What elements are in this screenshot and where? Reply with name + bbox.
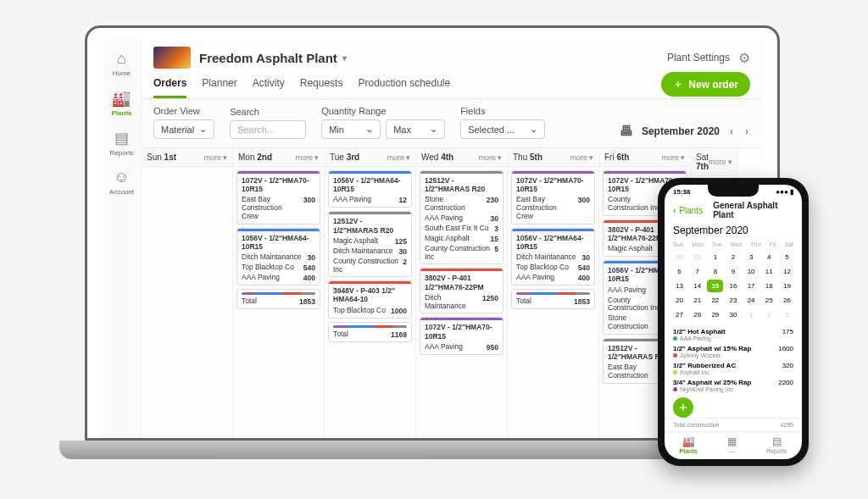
phone-cal-day[interactable]: 25 xyxy=(761,294,777,307)
phone-cal-day[interactable]: 10 xyxy=(743,265,760,278)
phone-cal-day[interactable]: 8 xyxy=(707,265,723,278)
nav-plants[interactable]: 🏭 Plants xyxy=(111,89,131,117)
phone-cal-day[interactable]: 2 xyxy=(725,251,741,263)
phone-cal-day[interactable]: 18 xyxy=(761,280,777,292)
order-card[interactable]: 1056V - 1/2"HMA64-10R15Ditch Maintanance… xyxy=(236,228,320,286)
order-card[interactable]: 12512V - 1/2"HMARAS R20Stone Constructio… xyxy=(420,170,504,264)
day-more[interactable]: more ▾ xyxy=(387,153,410,162)
phone-cal-day[interactable]: 3 xyxy=(779,308,795,321)
phone-cal-day[interactable]: 30 xyxy=(725,308,741,321)
qty-min-select[interactable]: Min⌄ xyxy=(321,119,381,139)
phone-nav-plants[interactable]: 🏭Plants xyxy=(680,435,698,454)
phone-cal-day[interactable]: 9 xyxy=(725,265,741,278)
phone-cal-day[interactable]: 13 xyxy=(671,280,687,292)
phone-calendar-grid[interactable]: 3031123456789101112131415161718192021222… xyxy=(671,249,795,324)
phone-cal-day[interactable]: 20 xyxy=(671,294,687,307)
phone-nav-middle[interactable]: ▦— xyxy=(727,435,737,454)
day-column: Tue 3rd more ▾ 1056V - 1/2"HMA64-10R15AA… xyxy=(325,148,416,438)
gear-icon[interactable]: ⚙ xyxy=(738,50,750,66)
day-column: Mon 2nd more ▾ 1072V - 1/2"HMA70-10R15Ea… xyxy=(233,148,325,438)
day-label: Thu 5th xyxy=(513,152,542,162)
phone-list-item[interactable]: 1/2" Asphalt w/ 15% Rap Johnny Wocker 16… xyxy=(673,345,793,358)
nav-home[interactable]: ⌂ Home xyxy=(113,50,131,77)
order-card[interactable]: 3802V - P-401 1/2"HMA76-22PMDitch Mainta… xyxy=(420,268,504,313)
phone-cal-day[interactable]: 15 xyxy=(707,280,723,292)
signal-icons: ●●● ▮ xyxy=(776,188,793,196)
order-view-select[interactable]: Material ⌄ xyxy=(153,119,214,139)
plant-selector[interactable]: Freedom Asphalt Plant ▾ xyxy=(199,51,347,65)
day-label: Fri 6th xyxy=(604,152,629,162)
phone-cal-day[interactable]: 3 xyxy=(743,251,760,263)
order-card[interactable]: 1072V - 1/2"HMA70-10R15AAA Paving950 xyxy=(420,317,504,354)
phone-cal-day[interactable]: 7 xyxy=(689,265,705,278)
phone-cal-day[interactable]: 21 xyxy=(689,294,705,307)
phone-cal-day[interactable]: 24 xyxy=(743,294,760,307)
plant-settings-link[interactable]: Plant Settings xyxy=(667,52,730,64)
day-column: Thu 5th more ▾ 1072V - 1/2"HMA70-10R15Ea… xyxy=(508,148,599,438)
order-row: AAA Paving12 xyxy=(329,195,411,205)
phone-cal-day[interactable]: 27 xyxy=(671,308,687,321)
tab-orders[interactable]: Orders xyxy=(153,70,186,98)
new-order-label: New order xyxy=(688,79,738,91)
phone-cal-day[interactable]: 26 xyxy=(779,294,795,307)
day-total: Total1853 xyxy=(511,289,595,309)
phone-cal-day[interactable]: 6 xyxy=(671,265,687,278)
tab-activity[interactable]: Activity xyxy=(253,70,285,98)
filters: Order View Material ⌄ Search Search... Q… xyxy=(142,99,762,148)
order-card[interactable]: 12512V - 1/2"HMARAS R20Magic Asphalt125D… xyxy=(328,211,412,277)
phone-cal-day[interactable]: 22 xyxy=(707,294,723,307)
phone-add-button[interactable]: ＋ xyxy=(673,397,693,418)
day-label: Sun 1st xyxy=(147,152,176,162)
prev-month[interactable]: ‹ xyxy=(728,125,735,137)
fields-label: Fields xyxy=(460,106,545,116)
phone-cal-day[interactable]: 23 xyxy=(725,294,741,307)
phone-cal-day[interactable]: 29 xyxy=(707,308,723,321)
back-chevron-icon[interactable]: ‹ xyxy=(673,206,676,215)
phone-nav-reports[interactable]: ▤Reports xyxy=(766,435,787,454)
order-card[interactable]: 1056V - 1/2"HMA64-10R15AAA Paving12 xyxy=(328,170,412,208)
order-card[interactable]: 1072V - 1/2"HMA70-10R15East Bay Construc… xyxy=(511,170,595,225)
next-month[interactable]: › xyxy=(743,125,750,137)
phone-cal-day[interactable]: 4 xyxy=(761,251,777,263)
phone-list-item[interactable]: 1/2" Rubberized AC Asphalt Inc 320 xyxy=(673,362,793,375)
fields-select[interactable]: Selected ...⌄ xyxy=(460,119,545,139)
tab-requests[interactable]: Requests xyxy=(300,70,343,98)
phone-cal-day[interactable]: 1 xyxy=(707,251,723,263)
tab-production-schedule[interactable]: Production schedule xyxy=(358,70,450,98)
print-icon[interactable]: 🖶 xyxy=(620,124,633,139)
qty-max-select[interactable]: Max⌄ xyxy=(386,119,445,139)
day-more[interactable]: more ▾ xyxy=(478,153,502,162)
day-more[interactable]: more ▾ xyxy=(295,153,319,162)
nav-account[interactable]: ☺ Account xyxy=(109,169,134,196)
phone-cal-day[interactable]: 28 xyxy=(689,308,705,321)
tab-planner[interactable]: Planner xyxy=(202,70,236,98)
phone-cal-day[interactable]: 2 xyxy=(761,308,777,321)
tabs: Orders Planner Activity Requests Product… xyxy=(142,70,762,99)
phone-cal-day[interactable]: 19 xyxy=(779,280,795,292)
phone-list-item[interactable]: 3/4" Asphalt w/ 25% Rap NightOwl Paving … xyxy=(673,379,793,392)
card-title: 1056V - 1/2"HMA64-10R15 xyxy=(237,231,320,252)
phone-cal-day[interactable]: 30 xyxy=(671,251,687,263)
order-row: Top Blacktop Co540 xyxy=(237,263,320,273)
order-card[interactable]: 1072V - 1/2"HMA70-10R15East Bay Construc… xyxy=(236,170,320,225)
nav-reports[interactable]: ▤ Reports xyxy=(109,129,133,157)
day-more[interactable]: more ▾ xyxy=(661,153,685,162)
order-card[interactable]: 3948V - P-403 1/2" HMA64-10Top Blacktop … xyxy=(328,280,412,318)
new-order-button[interactable]: ＋ New order xyxy=(661,72,750,97)
search-input[interactable]: Search... xyxy=(230,120,306,139)
phone-cal-day[interactable]: 17 xyxy=(743,280,760,292)
phone-title: General Asphalt Plant xyxy=(713,201,793,219)
day-more[interactable]: more ▾ xyxy=(709,158,732,166)
phone-cal-day[interactable]: 1 xyxy=(743,308,760,321)
phone-cal-day[interactable]: 14 xyxy=(689,280,705,292)
phone-back[interactable]: Plants xyxy=(679,206,703,215)
phone-list-item[interactable]: 1/2" Hot Asphalt AAA Paving 175 xyxy=(673,328,793,341)
order-card[interactable]: 1056V - 1/2"HMA64-10R15Ditch Maintanance… xyxy=(511,228,595,286)
phone-cal-day[interactable]: 11 xyxy=(761,265,777,278)
phone-cal-day[interactable]: 31 xyxy=(689,251,705,263)
phone-cal-day[interactable]: 16 xyxy=(725,280,741,292)
phone-cal-day[interactable]: 12 xyxy=(779,265,795,278)
phone-cal-day[interactable]: 5 xyxy=(779,251,795,263)
day-more[interactable]: more ▾ xyxy=(203,153,227,162)
day-more[interactable]: more ▾ xyxy=(570,153,593,162)
